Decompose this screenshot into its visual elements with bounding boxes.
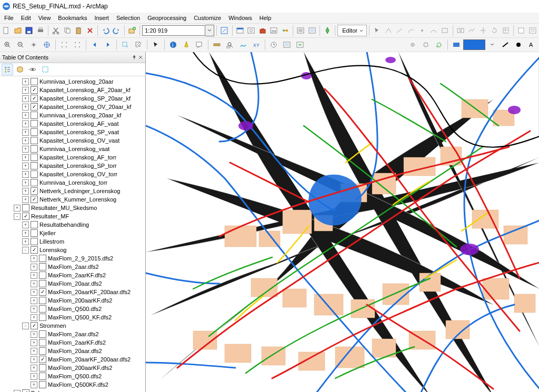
toc-layer[interactable]: +Kapasitet_Lorenskog_AF_20aar_kf xyxy=(1,86,145,94)
current-fill-color[interactable] xyxy=(463,39,485,50)
list-by-selection[interactable] xyxy=(39,64,51,75)
expand-icon[interactable]: + xyxy=(22,230,29,237)
toc-layer[interactable]: +Kapasitet_Lorenskog_SP_vaat xyxy=(1,128,145,136)
toc-layer[interactable]: +Nettverk_Ledninger_Lorenskog xyxy=(1,187,145,195)
layer-visibility-checkbox[interactable] xyxy=(31,170,38,178)
expand-icon[interactable]: + xyxy=(22,196,29,203)
toc-layer[interactable]: +MaxFlom_200aarKF.dfs2 xyxy=(1,364,145,372)
add-data-button[interactable] xyxy=(127,24,138,37)
toc-layer[interactable]: +Kumnivaa_Lorenskog_torr xyxy=(1,178,145,187)
expand-icon[interactable]: + xyxy=(22,112,29,119)
expand-icon[interactable]: + xyxy=(22,238,29,245)
expand-icon[interactable]: + xyxy=(31,272,37,279)
layer-visibility-checkbox[interactable] xyxy=(39,272,46,279)
model-builder-button[interactable] xyxy=(280,24,291,37)
back-extent-button[interactable] xyxy=(88,38,101,51)
toc-layer[interactable]: +Kjeller xyxy=(1,229,145,237)
toc-layer[interactable]: -Resultater_MF xyxy=(1,212,145,220)
layer-visibility-checkbox[interactable] xyxy=(31,246,38,254)
create-viewer-button[interactable] xyxy=(294,38,306,51)
toc-layer[interactable]: +Kapasitet_Lorenskog_AF_torr xyxy=(1,153,145,162)
expand-icon[interactable]: + xyxy=(31,306,37,313)
map-scale-selector[interactable] xyxy=(142,25,214,36)
menu-customize[interactable]: Customize xyxy=(191,14,224,22)
toc-layer[interactable]: +Kapasitet_Lorenskog_SP_torr xyxy=(1,162,145,170)
pin-icon[interactable] xyxy=(132,55,137,60)
expand-icon[interactable]: + xyxy=(31,373,37,380)
text-color-button[interactable]: A xyxy=(525,38,538,51)
expand-icon[interactable]: + xyxy=(22,222,29,228)
marker-color-button[interactable] xyxy=(512,38,525,51)
layer-visibility-checkbox[interactable] xyxy=(31,145,38,153)
layer-visibility-checkbox[interactable] xyxy=(39,364,46,371)
refresh-button[interactable] xyxy=(433,38,445,51)
expand-icon[interactable]: + xyxy=(31,280,37,287)
expand-icon[interactable]: + xyxy=(22,87,29,94)
layer-visibility-checkbox[interactable] xyxy=(39,373,46,380)
search-window-button[interactable] xyxy=(246,24,257,37)
list-by-source[interactable] xyxy=(14,64,26,75)
expand-icon[interactable]: + xyxy=(31,331,37,338)
toc-layer[interactable]: +MaxFlom_20aar.dfs2 xyxy=(1,347,145,355)
layer-visibility-checkbox[interactable] xyxy=(39,314,46,321)
undo-button[interactable] xyxy=(100,24,111,37)
toc-layer[interactable]: +MaxFlom_2_9_2015.dfs2 xyxy=(1,254,145,263)
layer-visibility-checkbox[interactable] xyxy=(31,78,38,85)
layer-visibility-checkbox[interactable] xyxy=(22,389,29,392)
layer-visibility-checkbox[interactable] xyxy=(39,381,46,388)
expand-icon[interactable]: + xyxy=(22,163,29,169)
editor-dropdown[interactable]: Editor xyxy=(337,25,367,36)
map-view[interactable] xyxy=(146,52,539,392)
find-route-button[interactable] xyxy=(237,38,249,51)
expand-icon[interactable]: + xyxy=(31,264,37,270)
toc-layer[interactable]: +Kapasitet_Lorenskog_SP_20aar_kf xyxy=(1,94,145,103)
symbol-selector[interactable] xyxy=(450,38,463,51)
edit-tool-arc[interactable] xyxy=(405,24,416,37)
time-slider-button[interactable] xyxy=(267,38,280,51)
edit-cut-polygons[interactable] xyxy=(455,24,466,37)
layer-visibility-checkbox[interactable] xyxy=(39,347,46,355)
layer-visibility-checkbox[interactable] xyxy=(39,339,46,346)
viewer-window-button[interactable] xyxy=(281,38,293,51)
layer-visibility-checkbox[interactable] xyxy=(31,137,38,144)
collapse-icon[interactable]: - xyxy=(22,323,29,329)
editor-toolbar-icon[interactable] xyxy=(219,24,230,37)
toc-layer[interactable]: -Bakgrunn xyxy=(1,389,145,392)
hyperlink-button[interactable] xyxy=(180,38,193,51)
toc-layer[interactable]: +Resultatbehandling xyxy=(1,220,145,229)
open-button[interactable] xyxy=(13,24,24,37)
menu-view[interactable]: View xyxy=(35,14,54,22)
delete-button[interactable] xyxy=(85,24,96,37)
fill-color-dropdown[interactable] xyxy=(486,38,498,51)
edit-tool-point[interactable] xyxy=(417,24,428,37)
toc-layer[interactable]: +MaxFlom_2aarKF.dfs2 xyxy=(1,271,145,279)
layer-visibility-checkbox[interactable] xyxy=(22,204,29,212)
toc-layer[interactable]: +Resultater_MU_Skedsmo xyxy=(1,204,145,212)
expand-icon[interactable]: + xyxy=(22,120,29,127)
create-features[interactable] xyxy=(527,24,538,37)
toc-layer[interactable]: +MaxFlom_Q500KF.dfs2 xyxy=(1,380,145,389)
layer-visibility-checkbox[interactable] xyxy=(39,356,46,363)
expand-icon[interactable]: + xyxy=(14,205,21,212)
expand-icon[interactable]: + xyxy=(31,297,37,304)
paste-button[interactable] xyxy=(73,24,84,37)
layer-visibility-checkbox[interactable] xyxy=(39,330,46,338)
layer-visibility-checkbox[interactable] xyxy=(31,162,38,169)
layer-visibility-checkbox[interactable] xyxy=(39,288,46,296)
expand-icon[interactable]: + xyxy=(22,146,29,153)
layer-visibility-checkbox[interactable] xyxy=(39,297,46,304)
edit-rotate[interactable] xyxy=(489,24,500,37)
layer-visibility-checkbox[interactable] xyxy=(31,95,38,102)
edit-reshape[interactable] xyxy=(466,24,477,37)
find-button[interactable] xyxy=(224,38,236,51)
toc-layer[interactable]: +Kumnivaa_Lorenskog_vaat xyxy=(1,145,145,153)
save-button[interactable] xyxy=(24,24,35,37)
clear-selection-button[interactable] xyxy=(132,38,145,51)
collapse-icon[interactable]: - xyxy=(22,247,29,254)
html-popup-button[interactable] xyxy=(193,38,206,51)
layer-visibility-checkbox[interactable] xyxy=(31,120,38,127)
menu-geoprocessing[interactable]: Geoprocessing xyxy=(144,14,189,22)
toc-layer[interactable]: +MaxFlom_Q500_KF.dfs2 xyxy=(1,313,145,321)
expand-icon[interactable]: + xyxy=(22,179,29,186)
toc-layer[interactable]: +MaxFlom_Q500.dfs2 xyxy=(1,372,145,380)
